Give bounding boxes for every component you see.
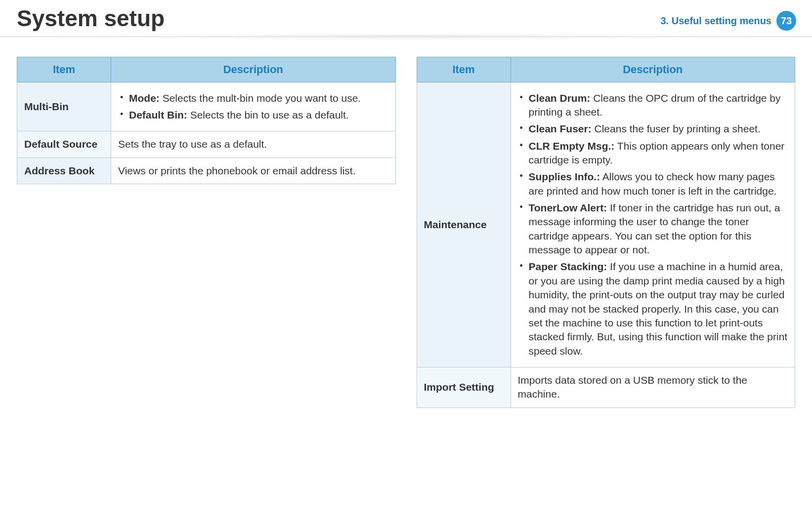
page-number-badge: 73 bbox=[776, 11, 796, 31]
bullet-label: Default Bin: bbox=[129, 109, 187, 121]
table-header-row: Item Description bbox=[417, 57, 795, 82]
header-right-group: 3. Useful setting menus 73 bbox=[661, 11, 797, 31]
item-cell-maintenance: Maintenance bbox=[417, 82, 511, 367]
content-columns: Item Description Multi-Bin Mode: Selects… bbox=[0, 37, 812, 408]
right-column: Item Description Maintenance Clean Drum:… bbox=[417, 57, 796, 408]
list-item: TonerLow Alert: If toner in the cartridg… bbox=[518, 201, 788, 257]
right-settings-table: Item Description Maintenance Clean Drum:… bbox=[417, 57, 796, 408]
bullet-label: Supplies Info.: bbox=[529, 171, 600, 182]
list-item: Default Bin: Selects the bin to use as a… bbox=[118, 108, 388, 122]
item-cell-multi-bin: Multi-Bin bbox=[17, 82, 111, 131]
bullet-list: Clean Drum: Cleans the OPC drum of the c… bbox=[518, 91, 788, 358]
list-item: Paper Stacking: If you use a machine in … bbox=[518, 260, 788, 358]
bullet-label: TonerLow Alert: bbox=[529, 202, 607, 213]
bullet-list: Mode: Selects the mult-bin mode you want… bbox=[118, 91, 388, 122]
page-title: System setup bbox=[17, 5, 165, 31]
desc-cell-address-book: Views or prints the phonebook or email a… bbox=[111, 158, 396, 184]
item-cell-import-setting: Import Setting bbox=[417, 367, 511, 407]
desc-cell-import-setting: Imports data stored on a USB memory stic… bbox=[511, 367, 795, 407]
list-item: Clean Fuser: Cleans the fuser by printin… bbox=[518, 122, 788, 136]
list-item: Supplies Info.: Allows you to check how … bbox=[518, 170, 788, 198]
table-row: Address Book Views or prints the phonebo… bbox=[17, 158, 396, 184]
item-cell-default-source: Default Source bbox=[17, 131, 111, 158]
list-item: Mode: Selects the mult-bin mode you want… bbox=[118, 91, 388, 105]
header-divider bbox=[0, 37, 812, 37]
table-row: Multi-Bin Mode: Selects the mult-bin mod… bbox=[17, 82, 396, 131]
col-header-description: Description bbox=[111, 57, 396, 82]
bullet-text: If you use a machine in a humid area, or… bbox=[529, 261, 788, 356]
desc-cell-default-source: Sets the tray to use as a default. bbox=[111, 131, 396, 158]
left-column: Item Description Multi-Bin Mode: Selects… bbox=[17, 57, 396, 408]
col-header-description: Description bbox=[511, 57, 795, 82]
table-row: Import Setting Imports data stored on a … bbox=[417, 367, 795, 407]
bullet-text: Cleans the fuser by printing a sheet. bbox=[592, 123, 761, 134]
col-header-item: Item bbox=[17, 57, 111, 82]
bullet-label: CLR Empty Msg.: bbox=[529, 140, 615, 152]
list-item: CLR Empty Msg.: This option appears only… bbox=[518, 139, 788, 167]
table-row: Default Source Sets the tray to use as a… bbox=[17, 131, 396, 158]
chapter-label: 3. Useful setting menus bbox=[661, 15, 772, 27]
item-cell-address-book: Address Book bbox=[17, 158, 111, 184]
desc-cell-maintenance: Clean Drum: Cleans the OPC drum of the c… bbox=[511, 82, 795, 367]
bullet-label: Paper Stacking: bbox=[529, 261, 607, 272]
bullet-text: Selects the bin to use as a default. bbox=[187, 109, 349, 121]
table-row: Maintenance Clean Drum: Cleans the OPC d… bbox=[417, 82, 795, 367]
page-header: System setup 3. Useful setting menus 73 bbox=[0, 0, 812, 37]
desc-cell-multi-bin: Mode: Selects the mult-bin mode you want… bbox=[111, 82, 396, 131]
col-header-item: Item bbox=[417, 57, 511, 82]
left-settings-table: Item Description Multi-Bin Mode: Selects… bbox=[17, 57, 396, 184]
bullet-label: Mode: bbox=[129, 92, 160, 104]
list-item: Clean Drum: Cleans the OPC drum of the c… bbox=[518, 91, 788, 120]
bullet-label: Clean Fuser: bbox=[529, 123, 592, 134]
table-header-row: Item Description bbox=[17, 57, 396, 82]
bullet-label: Clean Drum: bbox=[529, 92, 591, 104]
bullet-text: Selects the mult-bin mode you want to us… bbox=[160, 92, 361, 104]
